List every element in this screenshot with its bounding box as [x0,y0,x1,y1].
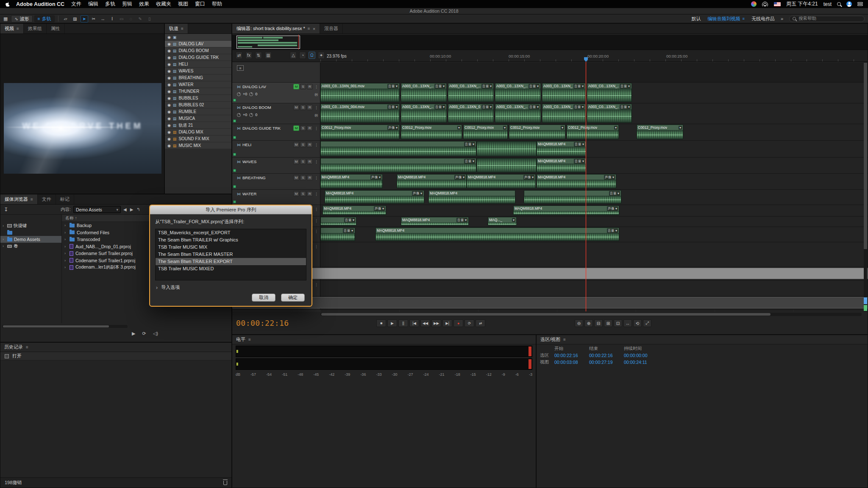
volume-knob[interactable] [237,92,241,96]
tracks-panel-row-WAVES[interactable]: ◉▤WAVES [165,68,231,75]
tracks-panel-row[interactable]: ◉▣ [165,34,231,41]
clip[interactable]: MAQM8818.MP4音量 ▾ [376,227,619,241]
trash-icon[interactable] [223,481,227,485]
tracks-panel-row-RUMBLE[interactable]: ◉▤RUMBLE [165,108,231,115]
record-button[interactable]: ● [453,319,463,327]
clip[interactable]: 音量 ▾ [524,190,621,204]
tracks-panel-row-WATER[interactable]: ◉▤WATER [165,81,231,88]
波形-button[interactable]: ∿波形 [11,15,32,22]
clip[interactable]: 音量 ▾ [320,227,355,241]
track-more-icon[interactable]: ⋮ [314,105,318,110]
menu-文件[interactable]: 文件 [71,0,81,8]
track-more-icon[interactable]: ⋮ [314,283,318,287]
clip-envelope-selector[interactable]: 音量 ▾ [574,159,585,164]
go-to-end-button[interactable]: ▶| [442,319,452,327]
track-header-HELI[interactable]: ⋈HELIMSR⋮ [232,141,320,158]
tracks-panel-row-DIALOG GUIDE TRK[interactable]: ◉▤DIALOG GUIDE TRK [165,54,231,61]
track-more-icon[interactable]: ⋮ [314,85,318,89]
visibility-icon[interactable]: ◉ [167,96,171,100]
clip[interactable]: MAQM8818.MP4音量 ▾ [537,158,586,172]
session-overview[interactable] [232,35,868,50]
menu-效果[interactable]: 效果 [139,0,149,8]
clip-envelope-selector[interactable]: ▾ [679,126,682,130]
clip[interactable]: A003_C0...13XN_...音量 ▾ [587,83,632,102]
user-account-icon[interactable] [846,1,852,7]
pan-knob[interactable] [249,113,253,117]
timeline-vscrollbar[interactable] [864,62,867,312]
eraser-tool[interactable]: ▯ [146,15,153,22]
menu-剪辑[interactable]: 剪辑 [122,0,132,8]
track-header-WATER[interactable]: ⋈WATERMSR⋮ [232,190,320,205]
clip-envelope-selector[interactable]: ▾ [457,126,461,130]
menubar-user[interactable]: test [823,1,832,7]
clip[interactable]: MAQM8818.MP4音量 ▾ [537,141,586,156]
clip[interactable]: MAQM8818.MP4声像 ▾ [323,205,386,215]
track-more-icon[interactable]: ⋮ [314,176,318,180]
tracks-panel-row-DIALOG LAV[interactable]: ◉▤DIALOG LAV [165,41,231,47]
wifi-icon[interactable] [762,2,768,6]
track-more-icon[interactable]: ⋮ [314,207,318,211]
control-center-icon[interactable] [857,2,863,6]
visibility-icon[interactable]: ◉ [167,83,171,87]
track-lane-RUMBLE[interactable] [320,242,868,267]
track-lane-DIALOG BOOM[interactable]: A003_C0...13XN_004.mov音量 ▾A003_C0...13XN… [320,103,868,124]
tree-item-快捷键[interactable]: ›快捷键 [0,222,61,229]
arm-button[interactable]: R [307,175,313,180]
clip-envelope-selector[interactable]: 声像 ▾ [454,175,465,180]
clip[interactable]: MAQM8818.MP4音量 ▾ [401,217,469,226]
workspace-默认[interactable]: 默认 [692,16,701,22]
track-lane-BUBBLES[interactable]: 音量 ▾MAQM8818.MP4音量 ▾MAQ..._▾ [320,216,868,227]
track-more-icon[interactable]: ⋮ [314,229,318,233]
track-lane-WAVES[interactable]: 音量 ▾MAQM8818.MP4音量 ▾ [320,158,868,174]
tab-效果组[interactable]: 效果组 [24,24,47,33]
menu-编辑[interactable]: 编辑 [88,0,98,8]
menu-视图[interactable]: 视图 [178,0,188,8]
volume-knob[interactable] [237,113,241,117]
clip[interactable]: MAQM8818.MP4声像 ▾ [320,174,383,189]
sequence-item[interactable]: The Seam Btwn TRAILER MASTER [156,251,306,258]
solo-button[interactable]: S [300,125,306,131]
tracks-panel-row-MUSICA[interactable]: ◉▤MUSICA [165,115,231,122]
zoom-in-horizontal-button[interactable]: ⊕ [584,319,593,327]
fx-rack-icon[interactable]: fx [245,52,252,59]
clip-envelope-selector[interactable]: 音量 ▾ [456,218,467,222]
zoom-to-selection-button[interactable]: ⊡ [614,319,622,327]
auto-play-icon[interactable]: ◁) [153,331,158,336]
zoom-in-point-button[interactable]: ↔ [623,319,632,327]
zoom-out-horizontal-button[interactable]: ⊖ [575,319,583,327]
panel-menu-icon[interactable]: ≡ [26,345,28,349]
sequence-item[interactable]: TSB Trailer MUSIC MIX [156,244,306,251]
clip[interactable]: 音量 ▾ [320,158,476,172]
clip[interactable]: MAQM8818.MP4 [428,190,515,204]
clip[interactable]: C0012_Proxy.mov▾ [637,125,683,139]
clip-envelope-selector[interactable]: 音量 ▾ [464,142,475,147]
tracks-panel-row-DIALOG MIX[interactable]: ◉▤DIALOG MIX [165,129,231,136]
track-header-DIALOG LAV[interactable]: ⋈DIALOG LAVMSR⋮+00((•)) [232,83,320,103]
clip[interactable]: 音量 ▾ [320,217,356,226]
clip-envelope-selector[interactable]: 音量 ▾ [529,84,540,89]
stop-button[interactable]: ■ [376,319,386,327]
track-lane-WATER[interactable]: MAQM8818.MP4声像 ▾MAQM8818.MP4音量 ▾ [320,190,868,205]
mute-button[interactable]: M [293,125,299,131]
mute-button[interactable]: M [293,84,299,89]
slip-tool[interactable]: ↔ [99,15,107,22]
tracks-panel-row-THUNDER[interactable]: ◉▤THUNDER [165,88,231,95]
clip-envelope-selector[interactable]: 音量 ▾ [343,228,354,233]
zoom-in-vertical-button[interactable]: ⊞ [604,319,612,327]
clip[interactable]: C0012_Proxy.mov▾ [567,125,619,139]
metering-icon[interactable]: ▥ [265,52,272,59]
track-lane-BUBBLES 02[interactable]: 音量 ▾MAQM8818.MP4音量 ▾ [320,227,868,242]
solo-button[interactable]: S [300,105,306,110]
sequence-item[interactable]: TSB Trailer MUSIC MIXED [156,265,306,272]
visibility-icon[interactable]: ◉ [167,49,171,53]
tree-item[interactable] [0,229,61,236]
clip-envelope-selector[interactable]: 音量 ▾ [481,84,492,89]
clip-envelope-selector[interactable]: ▾ [614,126,618,130]
mute-button[interactable]: M [293,175,299,180]
visibility-icon[interactable]: ◉ [167,137,171,141]
tracks-panel-row-HELI[interactable]: ◉▤HELI [165,61,231,68]
sequence-item[interactable]: The Seam Btwn TRAILER EXPORT [156,258,306,265]
menu-帮助[interactable]: 帮助 [212,0,222,8]
clip-indicator[interactable] [529,347,531,356]
visibility-icon[interactable]: ◉ [167,62,171,67]
